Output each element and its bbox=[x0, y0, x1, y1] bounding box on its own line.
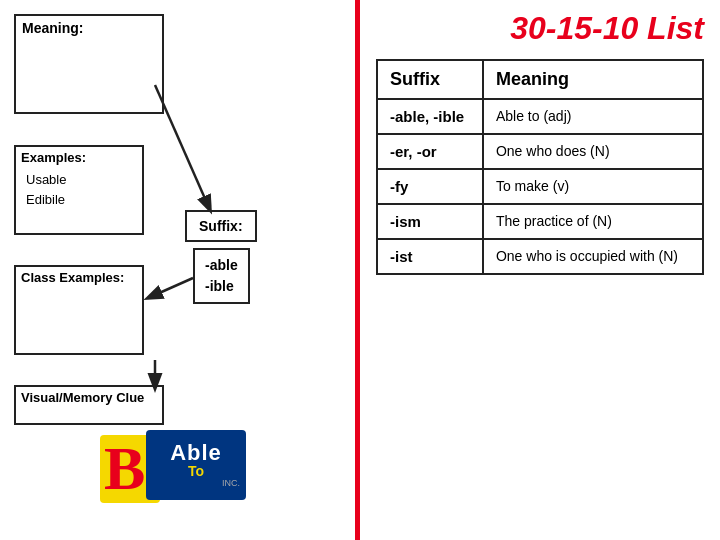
table-cell-suffix: -able, -ible bbox=[377, 99, 483, 134]
logo-inc-text: INC. bbox=[222, 478, 240, 488]
examples-box: Examples: Usable Edibile bbox=[14, 145, 144, 235]
suffix-values: -able -ible bbox=[193, 248, 250, 304]
logo-area: B Able To INC. bbox=[100, 430, 260, 520]
table-row: -er, -orOne who does (N) bbox=[377, 134, 703, 169]
suffix-value-1: -able bbox=[205, 255, 238, 276]
table-header-meaning: Meaning bbox=[483, 60, 703, 99]
example-item-2: Edibile bbox=[26, 190, 132, 210]
meaning-label: Meaning: bbox=[16, 16, 162, 40]
visual-memory-box: Visual/Memory Clue bbox=[14, 385, 164, 425]
table-cell-suffix: -fy bbox=[377, 169, 483, 204]
table-row: -ismThe practice of (N) bbox=[377, 204, 703, 239]
table-cell-meaning: One who does (N) bbox=[483, 134, 703, 169]
class-examples-box: Class Examples: bbox=[14, 265, 144, 355]
table-row: -fyTo make (v) bbox=[377, 169, 703, 204]
example-item-1: Usable bbox=[26, 170, 132, 190]
table-cell-suffix: -ist bbox=[377, 239, 483, 274]
page-title: 30-15-10 List bbox=[376, 10, 704, 47]
suffix-table: Suffix Meaning -able, -ibleAble to (adj)… bbox=[376, 59, 704, 275]
left-panel: Meaning: Examples: Usable Edibile Class … bbox=[0, 0, 355, 540]
table-cell-meaning: The practice of (N) bbox=[483, 204, 703, 239]
table-row: -istOne who is occupied with (N) bbox=[377, 239, 703, 274]
suffix-bubble-label: Suffix: bbox=[199, 218, 243, 234]
svg-line-1 bbox=[148, 278, 193, 298]
class-examples-label: Class Examples: bbox=[16, 267, 142, 288]
table-cell-meaning: Able to (adj) bbox=[483, 99, 703, 134]
examples-label: Examples: bbox=[16, 147, 142, 168]
examples-content: Usable Edibile bbox=[16, 168, 142, 211]
table-cell-meaning: To make (v) bbox=[483, 169, 703, 204]
suffix-value-2: -ible bbox=[205, 276, 238, 297]
logo-able-text: Able bbox=[170, 442, 222, 464]
meaning-box: Meaning: bbox=[14, 14, 164, 114]
right-panel: 30-15-10 List Suffix Meaning -able, -ibl… bbox=[360, 0, 720, 540]
logo-right-panel: Able To INC. bbox=[146, 430, 246, 500]
logo-to-text: To bbox=[188, 464, 204, 478]
table-header-suffix: Suffix bbox=[377, 60, 483, 99]
table-cell-suffix: -er, -or bbox=[377, 134, 483, 169]
suffix-bubble: Suffix: bbox=[185, 210, 257, 242]
visual-label: Visual/Memory Clue bbox=[16, 387, 162, 408]
table-cell-suffix: -ism bbox=[377, 204, 483, 239]
logo-b-letter: B bbox=[104, 437, 145, 499]
table-row: -able, -ibleAble to (adj) bbox=[377, 99, 703, 134]
table-cell-meaning: One who is occupied with (N) bbox=[483, 239, 703, 274]
logo: B Able To INC. bbox=[100, 430, 240, 510]
